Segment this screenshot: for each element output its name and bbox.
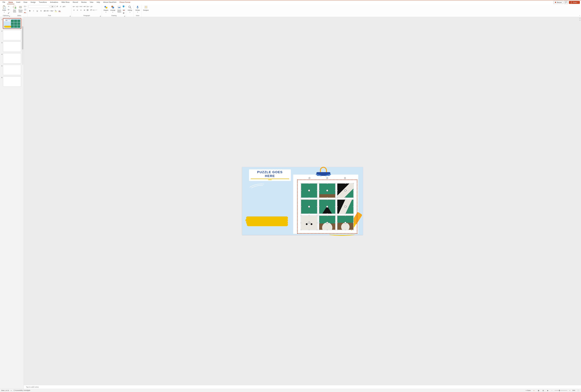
align-text-button[interactable]: ⇵▾ (90, 8, 93, 11)
smartart-button[interactable]: ▭→▾ (94, 8, 96, 11)
thumb-5[interactable]: 5 (1, 65, 23, 75)
underline-button[interactable]: U (36, 9, 39, 12)
align-right-button[interactable]: ≡ (80, 8, 82, 11)
zoom-percent[interactable]: 54% (572, 390, 575, 391)
shapes-button[interactable]: Shapes▾ (103, 5, 109, 13)
fit-to-window-button[interactable]: ⛶ (577, 389, 580, 392)
font-name-input[interactable]: ▾ (28, 5, 50, 8)
justify-button[interactable]: ≣ (83, 8, 86, 11)
zoom-out-button[interactable]: − (551, 390, 553, 392)
align-center-button[interactable]: ≡ (76, 8, 79, 11)
designer-button[interactable]: Designer (142, 5, 150, 11)
highlight-button[interactable]: ✎▾ (54, 9, 57, 12)
shape-outline-button[interactable]: ▭▾ (122, 8, 125, 11)
thumb-6[interactable]: 6 (1, 76, 23, 87)
scroll-up-icon[interactable]: ▲ (579, 17, 581, 19)
tab-transitions[interactable]: Transitions (38, 0, 48, 4)
rotate-icon[interactable] (326, 189, 328, 192)
reading-view-button[interactable]: ▤ (542, 389, 545, 392)
format-painter-button[interactable]: 🖌 (8, 11, 10, 14)
scroll-down-icon[interactable]: ▼ (579, 19, 581, 21)
rotation-handle-icon[interactable] (326, 177, 328, 179)
spacing-button[interactable]: AV↔▾ (47, 9, 50, 12)
tab-review[interactable]: Review (80, 0, 88, 4)
notes-toggle[interactable]: ≐ Notes (526, 390, 531, 391)
slide-thumbnail-panel[interactable]: 1 PUZZLE GOESHERE 2 3 4 5 6 (0, 17, 24, 389)
columns-button[interactable]: ▥▾ (86, 8, 89, 11)
rotate-icon[interactable] (344, 222, 346, 224)
editing-button[interactable]: Editing▾ (127, 5, 133, 13)
notes-pane[interactable]: Tap to add notes (24, 385, 581, 389)
slide-thumbnail[interactable] (3, 76, 21, 87)
puzzle-piece-1[interactable] (301, 183, 317, 198)
thumb-2[interactable]: 2 (1, 30, 23, 40)
puzzle-piece-8[interactable] (319, 215, 336, 230)
thumb-scrollbar-thumb[interactable] (22, 26, 23, 49)
layout-button[interactable]: ▾ (24, 5, 26, 8)
tab-file[interactable]: File (1, 0, 6, 4)
thumb-3[interactable]: 3 (1, 41, 23, 52)
tab-design[interactable]: Design (29, 0, 37, 4)
copy-button[interactable]: ⧉▾ (8, 8, 10, 11)
puzzle-piece-7[interactable] (301, 215, 317, 230)
rotate-icon[interactable] (326, 222, 328, 224)
rotate-icon[interactable] (344, 206, 346, 208)
bullets-button[interactable]: ≡•▾ (72, 5, 76, 8)
arrange-button[interactable]: Arrange▾ (110, 5, 116, 13)
record-button[interactable]: Record (553, 1, 563, 4)
thumb-4[interactable]: 4 (1, 53, 23, 63)
puzzle-piece-5[interactable] (319, 199, 336, 214)
numbering-button[interactable]: ≡1▾ (76, 5, 79, 8)
slide-canvas[interactable]: PUZZLE GOESHERE (242, 167, 363, 235)
tab-draw[interactable]: Draw (22, 0, 29, 4)
shadow-button[interactable]: S (40, 9, 42, 12)
cut-button[interactable]: ✂ (8, 5, 10, 8)
align-left-button[interactable]: ≡ (72, 8, 76, 11)
reset-button[interactable] (24, 8, 26, 11)
slide-thumbnail[interactable] (3, 41, 21, 52)
rotate-icon[interactable] (308, 222, 310, 224)
sorter-view-button[interactable]: ▦ (537, 389, 540, 392)
puzzle-piece-6[interactable] (337, 199, 354, 214)
dictate-button[interactable]: Dictate▾ (135, 5, 140, 13)
italic-button[interactable]: I (32, 9, 35, 12)
tab-record[interactable]: Record (71, 0, 79, 4)
slide-title-box[interactable]: PUZZLE GOESHERE (249, 169, 291, 181)
tab-inknoe[interactable]: Inknoe ClassPoint (102, 0, 118, 4)
collapse-ribbon-button[interactable]: ⌄ (579, 14, 580, 16)
slideshow-view-button[interactable]: ▶ (546, 389, 550, 392)
font-size-input[interactable]: 18▾ (51, 5, 56, 8)
decrease-indent-button[interactable]: ⇤≡ (80, 5, 82, 8)
dialog-launcher-icon[interactable]: ◢ (69, 15, 71, 17)
paste-button[interactable]: Paste ▾ (2, 5, 7, 13)
line-spacing-button[interactable]: ‡≡▾ (86, 5, 89, 8)
dialog-launcher-icon[interactable]: ◢ (124, 15, 126, 17)
reuse-slides-button[interactable]: Reuse Slides (18, 5, 23, 13)
puzzle-piece-9[interactable] (337, 215, 354, 230)
zoom-slider-thumb[interactable] (559, 390, 560, 391)
puzzle-piece-2[interactable] (319, 183, 336, 198)
rotation-handle-icon[interactable] (309, 177, 310, 179)
decrease-font-button[interactable]: A˅ (60, 5, 62, 8)
tab-picture-format[interactable]: Picture Format (118, 0, 132, 4)
section-button[interactable]: ▾ (24, 11, 26, 14)
slide-thumbnail[interactable] (3, 53, 21, 63)
slide-thumbnail[interactable]: PUZZLE GOESHERE (3, 18, 21, 28)
increase-font-button[interactable]: A˄ (56, 5, 59, 8)
rotation-handle-icon[interactable] (344, 177, 346, 179)
strike-button[interactable]: ab (43, 9, 46, 12)
thumb-1[interactable]: 1 PUZZLE GOESHERE (1, 18, 23, 28)
comments-button[interactable] (564, 1, 568, 4)
shape-effects-button[interactable]: ◑▾ (122, 11, 125, 14)
language-button-icon[interactable]: ▭ (10, 390, 12, 391)
slide-thumbnail[interactable] (3, 30, 21, 40)
tab-view[interactable]: View (88, 0, 95, 4)
zoom-in-button[interactable]: + (569, 390, 571, 392)
rotate-icon[interactable] (344, 189, 346, 192)
rotate-icon[interactable] (326, 206, 328, 208)
text-direction-button[interactable]: ↕A▾ (90, 5, 93, 8)
group-selection-frame[interactable] (297, 180, 357, 234)
zoom-slider[interactable] (554, 390, 567, 391)
tab-slideshow[interactable]: Slide Show (60, 0, 71, 4)
slide-thumbnail[interactable] (3, 65, 21, 75)
